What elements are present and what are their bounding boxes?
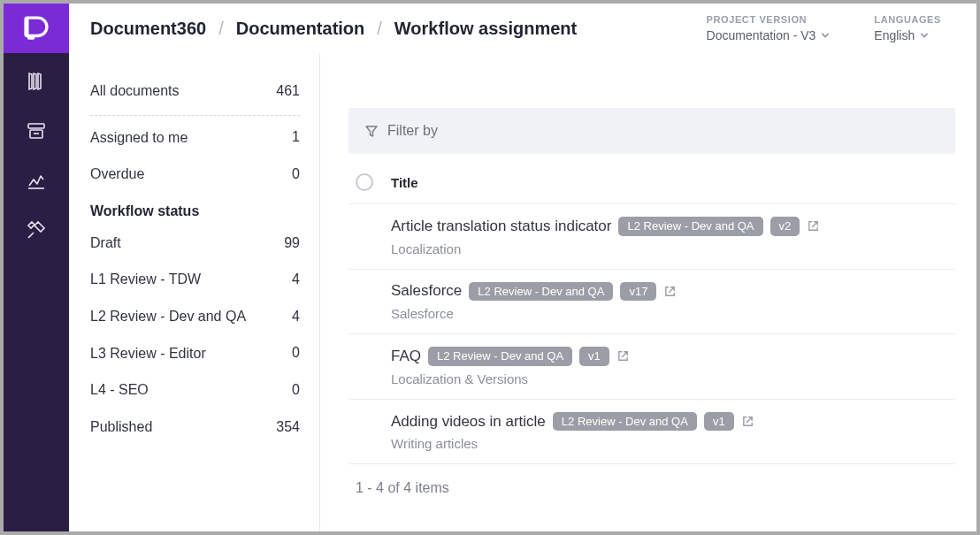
pagination-status: 1 - 4 of 4 items xyxy=(348,464,955,496)
row-title: FAQ xyxy=(391,348,421,365)
filter-icon xyxy=(364,124,379,138)
row-subtext: Salesforce xyxy=(391,306,677,321)
table-row[interactable]: Salesforce L2 Review - Dev and QA v17 Sa… xyxy=(348,270,955,335)
row-title: Article translation status indicator xyxy=(391,218,611,235)
version-badge: v1 xyxy=(704,412,734,432)
version-badge: v17 xyxy=(620,282,656,302)
side-status-label: L1 Review - TDW xyxy=(90,270,201,289)
external-link-icon[interactable] xyxy=(741,415,754,428)
side-assigned-count: 1 xyxy=(292,129,300,145)
version-badge: v1 xyxy=(579,347,609,366)
language-label: LANGUAGES xyxy=(874,14,941,25)
version-badge: v2 xyxy=(770,217,800,236)
documents-icon[interactable] xyxy=(26,71,47,92)
side-overdue-count: 0 xyxy=(292,166,300,182)
status-badge: L2 Review - Dev and QA xyxy=(428,347,572,366)
status-badge: L2 Review - Dev and QA xyxy=(469,282,613,302)
language-value: English xyxy=(874,28,915,42)
side-status-label: Draft xyxy=(90,233,121,253)
table-row[interactable]: Adding videos in article L2 Review - Dev… xyxy=(348,400,955,465)
analytics-icon[interactable] xyxy=(26,170,47,191)
status-badge: L2 Review - Dev and QA xyxy=(553,412,697,432)
side-all-documents[interactable]: All documents 461 xyxy=(90,73,300,116)
side-status-item[interactable]: Draft 99 xyxy=(90,225,300,262)
row-subtext: Localization & Versions xyxy=(391,371,630,386)
side-assigned-label: Assigned to me xyxy=(90,128,188,148)
side-status-count: 0 xyxy=(292,345,300,361)
breadcrumb-current: Workflow assignment xyxy=(394,19,577,39)
side-assigned-to-me[interactable]: Assigned to me 1 xyxy=(90,119,300,157)
logo-icon xyxy=(21,13,51,43)
side-status-item[interactable]: L3 Review - Editor 0 xyxy=(90,335,300,372)
side-status-item[interactable]: Published 354 xyxy=(90,409,300,446)
side-panel: All documents 461 Assigned to me 1 Overd… xyxy=(69,53,320,531)
side-status-item[interactable]: L4 - SEO 0 xyxy=(90,371,300,409)
row-subtext: Localization xyxy=(391,241,820,256)
breadcrumb-section[interactable]: Documentation xyxy=(236,19,365,39)
side-status-item[interactable]: L1 Review - TDW 4 xyxy=(90,261,300,298)
table-row[interactable]: Article translation status indicator L2 … xyxy=(348,204,955,270)
row-subtext: Writing articles xyxy=(391,436,754,451)
side-status-label: L2 Review - Dev and QA xyxy=(90,307,246,326)
filter-bar[interactable]: Filter by xyxy=(348,108,955,154)
row-title: Adding videos in article xyxy=(391,413,546,431)
side-status-label: L4 - SEO xyxy=(90,380,149,400)
side-status-label: Published xyxy=(90,417,152,437)
external-link-icon[interactable] xyxy=(616,349,630,363)
table-row[interactable]: FAQ L2 Review - Dev and QA v1 Localizati… xyxy=(348,334,955,400)
external-link-icon[interactable] xyxy=(663,285,677,298)
side-overdue-label: Overdue xyxy=(90,164,144,184)
side-all-label: All documents xyxy=(90,81,180,101)
side-status-item[interactable]: L2 Review - Dev and QA 4 xyxy=(90,298,300,335)
status-badge: L2 Review - Dev and QA xyxy=(618,217,762,236)
column-title: Title xyxy=(391,175,418,190)
top-bar: Document360 / Documentation / Workflow a… xyxy=(4,4,976,53)
tools-icon[interactable] xyxy=(26,219,47,241)
side-status-label: L3 Review - Editor xyxy=(90,344,206,363)
language-selector[interactable]: LANGUAGES English xyxy=(874,14,941,42)
side-all-count: 461 xyxy=(276,83,300,99)
main-content: Filter by Title Article translation stat… xyxy=(320,53,976,531)
external-link-icon[interactable] xyxy=(807,219,820,233)
svg-rect-0 xyxy=(27,36,35,40)
breadcrumb-sep: / xyxy=(377,19,382,39)
breadcrumb-root[interactable]: Document360 xyxy=(90,19,206,39)
svg-rect-1 xyxy=(28,124,44,128)
side-overdue[interactable]: Overdue 0 xyxy=(90,156,300,193)
chevron-down-icon xyxy=(821,31,830,40)
side-status-count: 4 xyxy=(292,271,300,287)
breadcrumb-sep: / xyxy=(218,19,224,39)
project-version-label: PROJECT VERSION xyxy=(707,14,831,25)
project-version-selector[interactable]: PROJECT VERSION Documentation - V3 xyxy=(707,14,831,42)
select-all-radio[interactable] xyxy=(356,173,373,191)
side-status-count: 354 xyxy=(276,419,300,435)
project-version-value: Documentation - V3 xyxy=(707,28,816,42)
app-logo[interactable] xyxy=(4,4,69,53)
side-status-count: 99 xyxy=(284,235,300,251)
side-status-count: 4 xyxy=(292,309,300,325)
row-title: Salesforce xyxy=(391,282,462,300)
filter-label: Filter by xyxy=(387,123,438,139)
side-heading-workflow-status: Workflow status xyxy=(90,193,300,225)
chevron-down-icon xyxy=(920,31,929,40)
archive-icon[interactable] xyxy=(26,120,47,141)
table-header: Title xyxy=(348,154,955,204)
side-status-count: 0 xyxy=(292,382,300,398)
left-icon-rail xyxy=(4,53,69,531)
breadcrumb: Document360 / Documentation / Workflow a… xyxy=(69,4,707,53)
